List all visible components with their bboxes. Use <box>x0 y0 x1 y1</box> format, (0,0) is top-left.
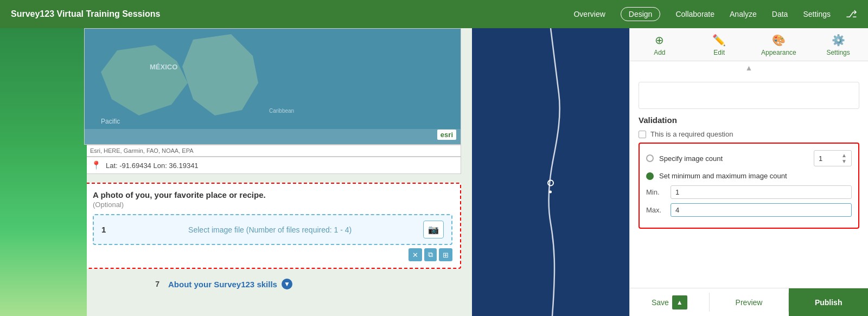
svg-rect-6 <box>85 129 461 144</box>
edit-icon: ✏️ <box>712 34 726 47</box>
required-row: This is a required question <box>639 130 859 138</box>
add-button[interactable]: ⊕ Add <box>630 28 690 61</box>
question-7-row: 7 About your Survey123 skills ▼ <box>84 279 461 289</box>
svg-text:MÉXICO: MÉXICO <box>150 63 177 71</box>
max-row: Max. <box>646 203 852 217</box>
copy-image-button[interactable]: ⧉ <box>424 248 437 261</box>
share-icon[interactable]: ⎇ <box>846 8 857 20</box>
map-side-panel <box>472 28 629 316</box>
max-input[interactable] <box>671 203 852 217</box>
specify-count-row: Specify image count 1 ▲ ▼ <box>646 150 852 166</box>
nav-design[interactable]: Design <box>621 7 661 21</box>
spinner-down-icon[interactable]: ▼ <box>841 158 847 164</box>
set-min-max-label: Set minimum and maximum image count <box>659 172 787 180</box>
image-upload-box[interactable]: 1 Select image file (Number of files req… <box>93 214 452 245</box>
map-attribution-bar: Esri, HERE, Garmin, FAO, NOAA, EPA <box>84 145 461 157</box>
specify-count-input[interactable]: 1 ▲ ▼ <box>814 150 852 166</box>
spinner-arrows[interactable]: ▲ ▼ <box>841 152 847 164</box>
specify-count-label: Specify image count <box>659 154 723 163</box>
settings-icon: ⚙️ <box>832 34 845 47</box>
required-label: This is a required question <box>650 130 733 138</box>
appearance-button[interactable]: 🎨 Appearance <box>749 28 809 61</box>
location-dot-outline <box>547 180 554 186</box>
top-white-box <box>639 82 859 109</box>
map-attribution-text: Esri, HERE, Garmin, FAO, NOAA, EPA <box>90 147 194 154</box>
add-icon: ⊕ <box>655 34 664 47</box>
add-label: Add <box>654 49 665 56</box>
min-max-section: Min. Max. <box>646 185 852 217</box>
nav-links: Overview Design Collaborate Analyze Data… <box>573 7 857 21</box>
set-min-max-row: Set minimum and maximum image count <box>646 172 852 180</box>
required-checkbox[interactable] <box>639 131 646 138</box>
question-6-optional: (Optional) <box>93 201 452 209</box>
esri-logo: esri <box>437 130 456 140</box>
app-title: Survey123 Virtual Training Sessions <box>11 9 160 19</box>
main-layout: MÉXICO Caribbean Pacific esri Esri, HERE… <box>0 28 868 316</box>
nav-overview[interactable]: Overview <box>573 10 605 18</box>
publish-button[interactable]: Publish <box>789 288 868 316</box>
edit-label: Edit <box>713 49 725 56</box>
publish-label: Publish <box>815 298 843 307</box>
pin-icon: 📍 <box>91 160 101 170</box>
dot-indicator <box>547 180 554 194</box>
map-coordinates: Lat: -91.69434 Lon: 36.19341 <box>106 162 199 170</box>
svg-text:Pacific: Pacific <box>101 118 120 125</box>
settings-label: Settings <box>826 49 850 56</box>
location-dot-small <box>549 191 552 194</box>
preview-label: Preview <box>736 298 763 307</box>
map-section: MÉXICO Caribbean Pacific esri <box>84 28 461 145</box>
image-number: 1 <box>101 225 106 234</box>
scroll-up-button[interactable]: ▲ <box>630 61 868 74</box>
top-navigation: Survey123 Virtual Training Sessions Over… <box>0 0 868 28</box>
right-panel: ⊕ Add ✏️ Edit 🎨 Appearance ⚙️ Settings ▲ <box>629 28 868 316</box>
question-7-number: 7 <box>84 280 168 288</box>
right-toolbar: ⊕ Add ✏️ Edit 🎨 Appearance ⚙️ Settings <box>630 28 868 61</box>
specify-count-value: 1 <box>819 154 841 163</box>
question-6-content: A photo of you, your favorite place or r… <box>84 183 461 269</box>
spinner-up-icon[interactable]: ▲ <box>841 152 847 158</box>
specify-count-radio[interactable] <box>646 154 654 162</box>
save-label: Save <box>652 298 669 307</box>
max-label: Max. <box>646 206 665 214</box>
question-6-label: A photo of you, your favorite place or r… <box>93 190 452 199</box>
nav-settings[interactable]: Settings <box>803 10 831 18</box>
min-input[interactable] <box>671 185 852 199</box>
settings-button[interactable]: ⚙️ Settings <box>808 28 868 61</box>
coords-bar: 📍 Lat: -91.69434 Lon: 36.19341 <box>84 157 461 174</box>
save-dropdown-arrow[interactable]: ▲ <box>672 295 687 309</box>
image-count-box: Specify image count 1 ▲ ▼ Set minimum a <box>639 143 859 229</box>
svg-text:Caribbean: Caribbean <box>269 108 294 114</box>
appearance-label: Appearance <box>761 49 796 56</box>
nav-data[interactable]: Data <box>772 10 788 18</box>
validation-section: Validation This is a required question S… <box>639 115 859 229</box>
nav-collaborate[interactable]: Collaborate <box>675 10 714 18</box>
validation-title: Validation <box>639 115 859 125</box>
image-action-bar: ✕ ⧉ ⊞ <box>93 248 452 261</box>
nav-analyze[interactable]: Analyze <box>730 10 757 18</box>
set-min-max-radio[interactable] <box>646 172 654 180</box>
edit-button[interactable]: ✏️ Edit <box>690 28 749 61</box>
move-image-button[interactable]: ⊞ <box>439 248 452 261</box>
min-label: Min. <box>646 188 665 196</box>
camera-button[interactable]: 📷 <box>423 221 444 238</box>
image-placeholder: Select image file (Number of files requi… <box>117 225 423 234</box>
appearance-icon: 🎨 <box>772 34 786 47</box>
min-row: Min. <box>646 185 852 199</box>
survey-panel: MÉXICO Caribbean Pacific esri Esri, HERE… <box>0 28 472 316</box>
bottom-bar: Save ▲ Preview Publish <box>630 288 868 316</box>
delete-image-button[interactable]: ✕ <box>409 248 422 261</box>
preview-button[interactable]: Preview <box>710 288 789 316</box>
question-7-label: About your Survey123 skills <box>168 280 277 289</box>
save-button[interactable]: Save ▲ <box>630 288 709 316</box>
question-7-expand-icon[interactable]: ▼ <box>282 279 292 289</box>
right-content: Validation This is a required question S… <box>630 74 868 288</box>
left-sidebar-decoration <box>0 28 87 316</box>
